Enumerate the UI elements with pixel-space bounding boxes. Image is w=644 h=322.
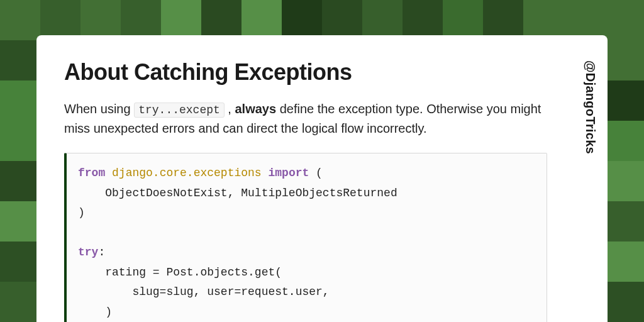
code-keyword-try: try bbox=[78, 246, 98, 258]
desc-pre: When using bbox=[64, 102, 134, 116]
description-text: When using try...except , always define … bbox=[64, 99, 547, 138]
code-colon: : bbox=[98, 246, 105, 258]
code-line: rating = Post.objects.get( bbox=[78, 266, 282, 279]
code-block: from django.core.exceptions import ( Obj… bbox=[64, 153, 547, 322]
code-module: django.core.exceptions bbox=[112, 167, 262, 179]
inline-code: try...except bbox=[134, 103, 225, 118]
code-line: ) bbox=[78, 306, 112, 318]
main-column: About Catching Exceptions When using try… bbox=[36, 35, 572, 322]
code-keyword-from: from bbox=[78, 167, 105, 179]
code-line: ObjectDoesNotExist, MultipleObjectsRetur… bbox=[78, 187, 397, 199]
page-title: About Catching Exceptions bbox=[64, 59, 547, 86]
code-line: slug=slug, user=request.user, bbox=[78, 286, 330, 298]
code-keyword-import: import bbox=[268, 167, 309, 179]
content-card: About Catching Exceptions When using try… bbox=[36, 35, 608, 322]
desc-bold: always bbox=[235, 102, 276, 116]
code-paren: ( bbox=[309, 167, 323, 179]
code-line: ) bbox=[78, 206, 85, 219]
desc-mid: , bbox=[225, 102, 235, 116]
sidebar: @DjangoTricks bbox=[572, 35, 608, 322]
twitter-handle: @DjangoTricks bbox=[583, 60, 597, 154]
